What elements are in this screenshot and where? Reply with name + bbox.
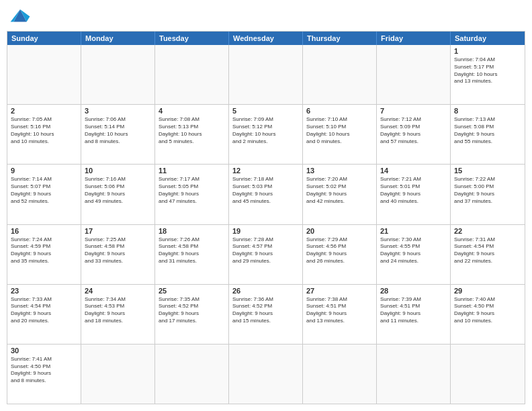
cal-cell: 14Sunrise: 7:21 AMSunset: 5:01 PMDayligh…: [377, 165, 451, 224]
header: [7, 7, 525, 26]
day-number: 29: [454, 287, 521, 295]
cell-info: Sunrise: 7:38 AMSunset: 4:51 PMDaylight:…: [306, 296, 373, 325]
day-number: 16: [11, 227, 77, 235]
header-day-wednesday: Wednesday: [229, 32, 303, 45]
cell-info: Sunrise: 7:40 AMSunset: 4:50 PMDaylight:…: [454, 296, 521, 325]
cal-cell: 15Sunrise: 7:22 AMSunset: 5:00 PMDayligh…: [451, 165, 525, 224]
day-number: 4: [159, 107, 225, 115]
day-number: 13: [306, 167, 373, 175]
cal-cell: 23Sunrise: 7:33 AMSunset: 4:54 PMDayligh…: [7, 285, 81, 344]
week-row-4: 23Sunrise: 7:33 AMSunset: 4:54 PMDayligh…: [7, 284, 525, 344]
cal-cell: 19Sunrise: 7:28 AMSunset: 4:57 PMDayligh…: [229, 225, 303, 284]
week-row-0: 1Sunrise: 7:04 AMSunset: 5:17 PMDaylight…: [7, 45, 525, 104]
calendar-body: 1Sunrise: 7:04 AMSunset: 5:17 PMDaylight…: [7, 45, 525, 404]
cell-info: Sunrise: 7:14 AMSunset: 5:07 PMDaylight:…: [11, 176, 77, 205]
cell-info: Sunrise: 7:33 AMSunset: 4:54 PMDaylight:…: [11, 296, 77, 325]
cell-info: Sunrise: 7:22 AMSunset: 5:00 PMDaylight:…: [454, 176, 521, 205]
cell-info: Sunrise: 7:12 AMSunset: 5:09 PMDaylight:…: [380, 116, 447, 145]
cal-cell: [155, 45, 229, 104]
week-row-2: 9Sunrise: 7:14 AMSunset: 5:07 PMDaylight…: [7, 164, 525, 224]
day-number: 21: [380, 227, 447, 235]
cal-cell: 21Sunrise: 7:30 AMSunset: 4:55 PMDayligh…: [377, 225, 451, 284]
day-number: 9: [11, 167, 77, 175]
header-day-thursday: Thursday: [303, 32, 377, 45]
cell-info: Sunrise: 7:24 AMSunset: 4:59 PMDaylight:…: [11, 236, 77, 265]
day-number: 11: [159, 167, 225, 175]
cal-cell: 30Sunrise: 7:41 AMSunset: 4:50 PMDayligh…: [7, 345, 81, 404]
cal-cell: [229, 345, 303, 404]
cell-info: Sunrise: 7:08 AMSunset: 5:13 PMDaylight:…: [159, 116, 225, 145]
cal-cell: 28Sunrise: 7:39 AMSunset: 4:51 PMDayligh…: [377, 285, 451, 344]
cell-info: Sunrise: 7:17 AMSunset: 5:05 PMDaylight:…: [159, 176, 225, 205]
cell-info: Sunrise: 7:18 AMSunset: 5:03 PMDaylight:…: [232, 176, 299, 205]
day-number: 5: [232, 107, 299, 115]
cal-cell: 18Sunrise: 7:26 AMSunset: 4:58 PMDayligh…: [155, 225, 229, 284]
cal-cell: 6Sunrise: 7:10 AMSunset: 5:10 PMDaylight…: [303, 105, 377, 164]
cal-cell: 12Sunrise: 7:18 AMSunset: 5:03 PMDayligh…: [229, 165, 303, 224]
cal-cell: 22Sunrise: 7:31 AMSunset: 4:54 PMDayligh…: [451, 225, 525, 284]
day-number: 2: [11, 107, 77, 115]
cal-cell: [155, 345, 229, 404]
cal-cell: 9Sunrise: 7:14 AMSunset: 5:07 PMDaylight…: [7, 165, 81, 224]
cell-info: Sunrise: 7:16 AMSunset: 5:06 PMDaylight:…: [85, 176, 151, 205]
week-row-5: 30Sunrise: 7:41 AMSunset: 4:50 PMDayligh…: [7, 344, 525, 404]
cal-cell: 16Sunrise: 7:24 AMSunset: 4:59 PMDayligh…: [7, 225, 81, 284]
day-number: 19: [232, 227, 299, 235]
day-number: 7: [380, 107, 447, 115]
cal-cell: 17Sunrise: 7:25 AMSunset: 4:58 PMDayligh…: [81, 225, 155, 284]
cell-info: Sunrise: 7:10 AMSunset: 5:10 PMDaylight:…: [306, 116, 373, 145]
cell-info: Sunrise: 7:25 AMSunset: 4:58 PMDaylight:…: [85, 236, 151, 265]
day-number: 25: [159, 287, 225, 295]
cal-cell: 2Sunrise: 7:05 AMSunset: 5:16 PMDaylight…: [7, 105, 81, 164]
calendar-header: SundayMondayTuesdayWednesdayThursdayFrid…: [7, 32, 525, 45]
day-number: 6: [306, 107, 373, 115]
cal-cell: 27Sunrise: 7:38 AMSunset: 4:51 PMDayligh…: [303, 285, 377, 344]
cal-cell: 7Sunrise: 7:12 AMSunset: 5:09 PMDaylight…: [377, 105, 451, 164]
cell-info: Sunrise: 7:30 AMSunset: 4:55 PMDaylight:…: [380, 236, 447, 265]
cell-info: Sunrise: 7:05 AMSunset: 5:16 PMDaylight:…: [11, 116, 77, 145]
calendar: SundayMondayTuesdayWednesdayThursdayFrid…: [7, 31, 525, 404]
cal-cell: [377, 45, 451, 104]
cell-info: Sunrise: 7:41 AMSunset: 4:50 PMDaylight:…: [11, 356, 77, 385]
cal-cell: 26Sunrise: 7:36 AMSunset: 4:52 PMDayligh…: [229, 285, 303, 344]
day-number: 3: [85, 107, 151, 115]
cal-cell: 11Sunrise: 7:17 AMSunset: 5:05 PMDayligh…: [155, 165, 229, 224]
cell-info: Sunrise: 7:36 AMSunset: 4:52 PMDaylight:…: [232, 296, 299, 325]
week-row-3: 16Sunrise: 7:24 AMSunset: 4:59 PMDayligh…: [7, 224, 525, 284]
cal-cell: [7, 45, 81, 104]
logo: [9, 7, 34, 26]
cal-cell: [303, 345, 377, 404]
cal-cell: [377, 345, 451, 404]
cell-info: Sunrise: 7:09 AMSunset: 5:12 PMDaylight:…: [232, 116, 299, 145]
cell-info: Sunrise: 7:34 AMSunset: 4:53 PMDaylight:…: [85, 296, 151, 325]
cal-cell: 10Sunrise: 7:16 AMSunset: 5:06 PMDayligh…: [81, 165, 155, 224]
cell-info: Sunrise: 7:29 AMSunset: 4:56 PMDaylight:…: [306, 236, 373, 265]
cell-info: Sunrise: 7:35 AMSunset: 4:52 PMDaylight:…: [159, 296, 225, 325]
day-number: 15: [454, 167, 521, 175]
cell-info: Sunrise: 7:26 AMSunset: 4:58 PMDaylight:…: [159, 236, 225, 265]
cal-cell: 29Sunrise: 7:40 AMSunset: 4:50 PMDayligh…: [451, 285, 525, 344]
cell-info: Sunrise: 7:04 AMSunset: 5:17 PMDaylight:…: [454, 56, 521, 85]
cal-cell: [81, 345, 155, 404]
day-number: 26: [232, 287, 299, 295]
cell-info: Sunrise: 7:28 AMSunset: 4:57 PMDaylight:…: [232, 236, 299, 265]
cell-info: Sunrise: 7:13 AMSunset: 5:08 PMDaylight:…: [454, 116, 521, 145]
header-day-monday: Monday: [81, 32, 155, 45]
cell-info: Sunrise: 7:20 AMSunset: 5:02 PMDaylight:…: [306, 176, 373, 205]
logo-icon: [9, 7, 31, 26]
cal-cell: [229, 45, 303, 104]
week-row-1: 2Sunrise: 7:05 AMSunset: 5:16 PMDaylight…: [7, 104, 525, 164]
cell-info: Sunrise: 7:06 AMSunset: 5:14 PMDaylight:…: [85, 116, 151, 145]
header-day-saturday: Saturday: [451, 32, 525, 45]
cal-cell: [303, 45, 377, 104]
day-number: 28: [380, 287, 447, 295]
header-day-friday: Friday: [377, 32, 451, 45]
day-number: 22: [454, 227, 521, 235]
day-number: 20: [306, 227, 373, 235]
cal-cell: 5Sunrise: 7:09 AMSunset: 5:12 PMDaylight…: [229, 105, 303, 164]
day-number: 27: [306, 287, 373, 295]
day-number: 18: [159, 227, 225, 235]
day-number: 8: [454, 107, 521, 115]
cell-info: Sunrise: 7:31 AMSunset: 4:54 PMDaylight:…: [454, 236, 521, 265]
day-number: 1: [454, 47, 521, 55]
